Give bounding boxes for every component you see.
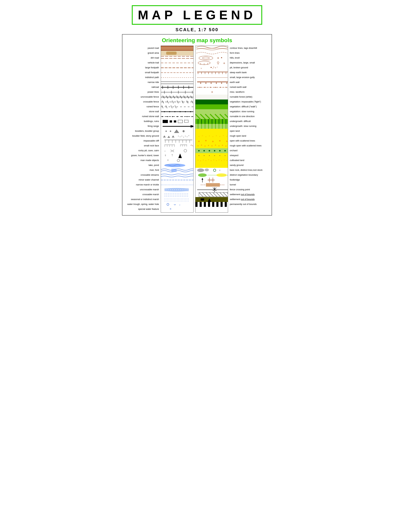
svg-point-300 [203,150,205,151]
svg-rect-174 [195,51,228,56]
svg-text:×: × [170,207,171,211]
svg-point-107 [181,136,182,136]
left-labels: paved road gravel area dirt road vehicle… [124,46,159,213]
svg-point-110 [187,136,187,137]
svg-rect-391 [225,202,227,207]
svg-point-105 [178,136,179,136]
main-content: Orienteering map symbols paved road grav… [122,34,272,215]
label-indistinct-path: indistinct path [145,75,159,80]
svg-rect-149 [161,173,193,178]
svg-rect-89 [174,120,176,123]
label-steep-earth: steep earth bank [230,70,247,75]
label-hills-knoll: hills, knoll [230,55,239,60]
svg-rect-175 [195,56,228,61]
svg-point-274 [219,136,220,137]
svg-rect-230 [195,99,228,104]
label-runnable-forest: runnable forest (white) [230,94,252,99]
svg-rect-381 [201,199,204,200]
label-open-land: open land [230,129,240,133]
right-symbols: ᵥ [195,46,228,213]
svg-point-270 [205,136,206,137]
svg-text:×: × [211,90,213,94]
svg-point-284 [226,141,228,142]
svg-point-295 [225,145,227,147]
svg-rect-384 [195,202,197,207]
svg-point-269 [202,135,203,136]
svg-rect-360 [206,183,220,187]
svg-point-213 [211,83,212,84]
label-perm-bounds: permanently out of bounds [230,202,257,207]
label-rough-open: rough open land [230,133,246,138]
svg-point-281 [205,140,207,141]
svg-point-268 [198,136,199,137]
svg-point-311 [219,155,220,156]
svg-point-308 [204,155,204,156]
svg-point-340 [225,165,225,166]
title-box: MAP LEGEND [132,5,262,25]
svg-text:ᵥ: ᵥ [201,66,202,70]
svg-rect-266 [195,129,228,134]
svg-point-294 [222,145,223,146]
svg-point-330 [199,165,199,166]
svg-rect-112 [161,138,193,143]
label-crossable-fence: crossable fence [143,99,159,104]
svg-point-70 [169,111,170,112]
svg-point-338 [220,165,220,166]
svg-point-304 [224,150,226,151]
svg-point-82 [182,116,183,117]
svg-rect-394 [195,207,228,212]
svg-point-193 [217,67,218,67]
svg-rect-101 [161,134,193,138]
svg-point-312 [225,155,225,156]
svg-point-220 [199,87,200,88]
svg-point-191 [213,67,214,67]
svg-point-346 [205,169,209,171]
svg-point-287 [197,145,199,146]
svg-point-310 [214,155,215,156]
svg-point-211 [200,83,201,84]
label-small-rock-face: small rock face [144,143,159,148]
label-crossable-marsh: crossable marsh [142,192,159,197]
svg-point-336 [214,165,215,166]
svg-text:×: × [219,169,221,172]
label-earth-wall: earth wall [230,80,239,85]
svg-point-271 [209,135,210,136]
label-railroad: railroad [151,85,159,90]
svg-point-190 [211,67,212,68]
label-pit-broken: pit, broken ground [230,65,248,70]
label-boulder-field: boulder field, stony ground [132,133,159,138]
svg-point-339 [222,165,223,165]
svg-rect-170 [161,207,193,212]
label-tunnel: tunnel [230,182,236,187]
label-special-water: special water feature [138,207,159,212]
label-orchard: orchard [230,148,238,153]
svg-rect-298 [195,148,228,153]
svg-point-71 [174,111,175,112]
svg-point-333 [207,165,207,165]
svg-point-322 [216,160,217,161]
svg-point-288 [201,145,202,146]
label-seasonal-marsh: seasonal or indistinct marsh [131,197,159,202]
label-narrow-marsh: narrow marsh or trickle [136,182,159,187]
label-cultivated: cultivated land [230,158,244,163]
label-depressions: depressions, large, small [230,60,255,65]
svg-point-316 [200,160,201,161]
svg-point-221 [205,87,206,88]
svg-point-276 [226,136,227,137]
svg-rect-150 [161,178,193,182]
svg-point-111 [188,135,189,136]
svg-point-272 [212,136,213,137]
svg-point-323 [219,160,219,160]
label-rough-scattered: rough open with scattered trees [230,143,261,148]
svg-rect-2 [161,46,193,46]
svg-rect-5 [166,51,176,55]
svg-rect-229 [195,95,228,99]
label-man-made: man made objects [140,158,159,163]
svg-rect-4 [161,51,193,56]
label-gravel-area: gravel area [148,51,159,55]
svg-text:ᵥ: ᵥ [164,149,166,152]
svg-point-222 [210,87,211,88]
svg-point-216 [226,83,227,84]
label-fence-crossing: fence crossing point [230,187,250,192]
label-ruined-fence: ruined fence [146,104,159,109]
